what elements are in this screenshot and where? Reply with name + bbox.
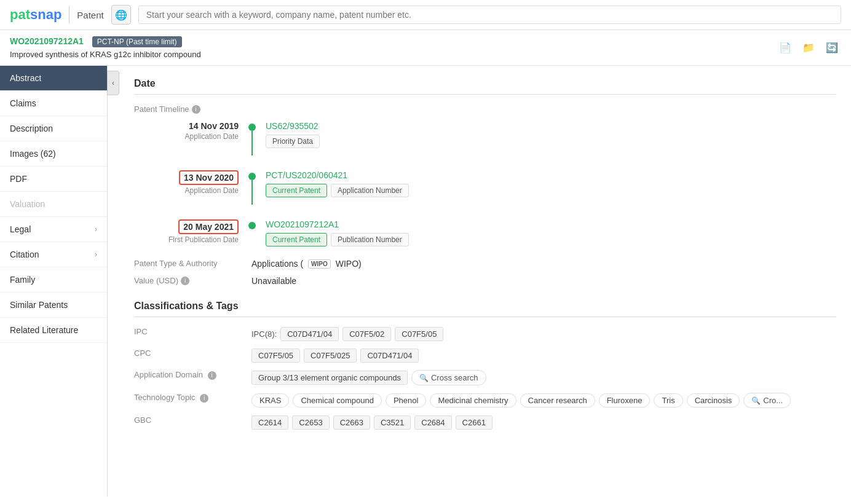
gbc-tag-2[interactable]: C2653 bbox=[292, 415, 329, 430]
timeline-info-icon[interactable]: i bbox=[192, 105, 200, 114]
technology-topic-label: Technology Topic i bbox=[134, 393, 242, 403]
ipc-tag-1[interactable]: C07D471/04 bbox=[280, 327, 339, 341]
sidebar-item-label: Related Literature bbox=[10, 325, 78, 335]
gbc-tag-6[interactable]: C2661 bbox=[456, 415, 493, 430]
content-area: Date Patent Timeline i 14 Nov 2019 Appli… bbox=[119, 66, 851, 496]
patent-number-row: WO2021097212A1 PCT-NP (Past time limit) bbox=[10, 36, 201, 47]
ipc-prefix: IPC(8): bbox=[251, 329, 277, 339]
value-row: Value (USD) i Unavailable bbox=[134, 276, 836, 286]
publication-number-tag[interactable]: Publication Number bbox=[331, 233, 409, 246]
application-domain-value[interactable]: Group 3/13 element organic compounds bbox=[251, 371, 408, 385]
tech-topic-info-icon[interactable]: i bbox=[200, 394, 208, 403]
patent-title-left: WO2021097212A1 PCT-NP (Past time limit) … bbox=[10, 36, 201, 59]
cross-search-button[interactable]: 🔍 Cross search bbox=[411, 370, 486, 385]
ipc-tag-2[interactable]: C07F5/02 bbox=[342, 327, 391, 341]
timeline-date-2: 13 Nov 2020 bbox=[179, 170, 239, 185]
sidebar-item-legal[interactable]: Legal › bbox=[0, 217, 107, 242]
timeline-dot-col-1 bbox=[248, 121, 256, 156]
gbc-tag-1[interactable]: C2614 bbox=[251, 415, 288, 430]
current-patent-tag-3[interactable]: Current Patent bbox=[266, 233, 327, 246]
folder-icon[interactable]: 📁 bbox=[799, 39, 818, 57]
tech-tag-chemical-compound[interactable]: Chemical compound bbox=[293, 393, 382, 408]
tech-tag-tris[interactable]: Tris bbox=[654, 393, 683, 408]
tech-tag-fluroxene[interactable]: Fluroxene bbox=[599, 393, 651, 408]
cpc-tag-3[interactable]: C07D471/04 bbox=[360, 348, 419, 363]
tech-cross-search-button[interactable]: 🔍 Cro... bbox=[743, 393, 791, 408]
patent-type-value: Applications ( WIPO WIPO) bbox=[251, 259, 362, 269]
pdf-icon[interactable]: 📄 bbox=[776, 39, 794, 57]
timeline-right-1: US62/935502 Priority Data bbox=[266, 121, 836, 148]
timeline-tags-2: Current Patent Application Number bbox=[266, 184, 836, 197]
patent-type-row: Patent Type & Authority Applications ( W… bbox=[134, 259, 836, 269]
gbc-tag-5[interactable]: C2684 bbox=[414, 415, 451, 430]
date-section-title: Date bbox=[134, 78, 836, 95]
sidebar-item-citation[interactable]: Citation › bbox=[0, 242, 107, 267]
timeline-tags-1: Priority Data bbox=[266, 135, 836, 148]
sidebar-item-claims[interactable]: Claims bbox=[0, 91, 107, 116]
sidebar-item-family[interactable]: Family bbox=[0, 267, 107, 293]
logo-pat: pat bbox=[10, 7, 30, 22]
sidebar-item-valuation[interactable]: Valuation bbox=[0, 192, 107, 217]
sidebar-item-pdf[interactable]: PDF bbox=[0, 167, 107, 192]
sidebar-item-abstract[interactable]: Abstract bbox=[0, 66, 107, 91]
tech-tag-medicinal-chemistry[interactable]: Medicinal chemistry bbox=[430, 393, 516, 408]
sidebar-item-label: Abstract bbox=[10, 73, 41, 83]
value-text: Unavailable bbox=[251, 276, 296, 286]
application-number-tag[interactable]: Application Number bbox=[331, 184, 409, 197]
chevron-right-icon: › bbox=[95, 250, 97, 259]
classifications-section: Classifications & Tags IPC IPC(8): C07D4… bbox=[134, 301, 836, 430]
timeline-dot-1 bbox=[248, 124, 256, 131]
gbc-tag-3[interactable]: C2663 bbox=[333, 415, 370, 430]
cpc-tag-1[interactable]: C07F5/05 bbox=[251, 348, 300, 363]
search-input[interactable] bbox=[138, 6, 841, 24]
timeline-line-1 bbox=[251, 131, 253, 156]
timeline: 14 Nov 2019 Application Date US62/935502… bbox=[152, 121, 836, 246]
timeline-label: Patent Timeline i bbox=[134, 104, 836, 114]
tech-tag-phenol[interactable]: Phenol bbox=[386, 393, 426, 408]
sidebar-collapse-button[interactable]: ‹ bbox=[107, 71, 119, 95]
sidebar-item-similar-patents[interactable]: Similar Patents bbox=[0, 293, 107, 318]
refresh-icon[interactable]: 🔄 bbox=[823, 39, 841, 57]
header: patsnap Patent 🌐 bbox=[0, 0, 851, 30]
globe-button[interactable]: 🌐 bbox=[111, 5, 131, 25]
sidebar-item-label: PDF bbox=[10, 174, 27, 184]
header-divider bbox=[69, 6, 69, 23]
sidebar-item-label: Claims bbox=[10, 98, 36, 108]
priority-data-tag[interactable]: Priority Data bbox=[266, 135, 320, 148]
tech-tag-cancer-research[interactable]: Cancer research bbox=[520, 393, 595, 408]
sidebar-item-related-literature[interactable]: Related Literature bbox=[0, 318, 107, 343]
sidebar-item-label: Legal bbox=[10, 224, 31, 234]
current-patent-tag-2[interactable]: Current Patent bbox=[266, 184, 327, 197]
patent-subtitle: Improved synthesis of KRAS g12c inhibito… bbox=[10, 50, 201, 59]
timeline-sublabel-2: Application Date bbox=[152, 186, 239, 195]
patent-status-badge: PCT-NP (Past time limit) bbox=[92, 36, 182, 47]
timeline-tags-3: Current Patent Publication Number bbox=[266, 233, 836, 246]
cpc-row: CPC C07F5/05 C07F5/025 C07D471/04 bbox=[134, 348, 836, 363]
timeline-patent-num-1[interactable]: US62/935502 bbox=[266, 121, 836, 131]
ipc-tags: IPC(8): C07D471/04 C07F5/02 C07F5/05 bbox=[251, 327, 443, 341]
timeline-entry-left-2: 13 Nov 2020 Application Date bbox=[152, 170, 239, 195]
patent-label: Patent bbox=[77, 10, 103, 20]
timeline-dot-2 bbox=[248, 173, 256, 180]
sidebar-item-description[interactable]: Description bbox=[0, 116, 107, 141]
cpc-tag-2[interactable]: C07F5/025 bbox=[304, 348, 357, 363]
timeline-line-2 bbox=[251, 180, 253, 205]
patent-number[interactable]: WO2021097212A1 bbox=[10, 36, 84, 46]
timeline-dot-3 bbox=[248, 222, 256, 229]
sidebar-item-images[interactable]: Images (62) bbox=[0, 141, 107, 167]
tech-cross-search-label: Cro... bbox=[763, 396, 783, 405]
chevron-right-icon: › bbox=[95, 225, 97, 234]
timeline-patent-num-3[interactable]: WO2021097212A1 bbox=[266, 219, 836, 229]
value-info-icon[interactable]: i bbox=[181, 277, 189, 285]
timeline-patent-num-2[interactable]: PCT/US2020/060421 bbox=[266, 170, 836, 180]
sidebar-item-label: Description bbox=[10, 124, 53, 133]
tech-tag-kras[interactable]: KRAS bbox=[251, 393, 289, 408]
timeline-entry-left-3: 20 May 2021 First Publication Date bbox=[152, 219, 239, 244]
ipc-tag-3[interactable]: C07F5/05 bbox=[395, 327, 443, 341]
app-domain-info-icon[interactable]: i bbox=[208, 371, 216, 380]
wipo-badge: WIPO bbox=[308, 259, 331, 269]
gbc-label: GBC bbox=[134, 415, 242, 425]
timeline-date-3: 20 May 2021 bbox=[178, 219, 239, 234]
tech-tag-carcinosis[interactable]: Carcinosis bbox=[687, 393, 740, 408]
gbc-tag-4[interactable]: C3521 bbox=[374, 415, 411, 430]
